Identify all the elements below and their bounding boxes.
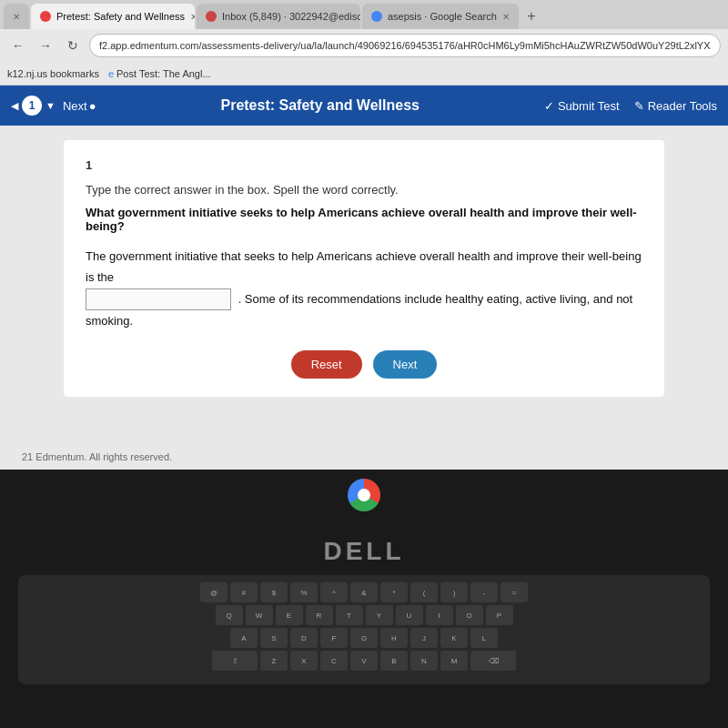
key-dollar[interactable]: $ (260, 582, 288, 602)
google-tab-icon (371, 11, 382, 22)
key-i[interactable]: I (426, 605, 453, 625)
key-k[interactable]: K (440, 628, 468, 648)
next-header-label: Next (63, 99, 87, 113)
mail-tab-icon (206, 11, 217, 22)
reload-button[interactable]: ↻ (62, 35, 84, 56)
app-header-right: ✓ Submit Test ✎ Reader Tools (544, 99, 717, 113)
tab-close-icon[interactable]: ✕ (13, 12, 20, 22)
tab-active[interactable]: Pretest: Safety and Wellness ✕ (31, 4, 195, 29)
footer: 21 Edmentum. All rights reserved. (0, 444, 728, 470)
key-q[interactable]: Q (216, 605, 243, 625)
tab-mail-label: Inbox (5,849) · 3022942@edisor (222, 11, 360, 22)
answer-input[interactable] (86, 288, 231, 310)
key-caret[interactable]: ^ (320, 582, 348, 602)
tab-bar: ✕ Pretest: Safety and Wellness ✕ Inbox (… (0, 0, 728, 29)
new-tab-button[interactable]: + (521, 5, 542, 27)
key-m[interactable]: M (440, 651, 468, 671)
key-o[interactable]: O (456, 605, 483, 625)
reader-tools-label: Reader Tools (648, 99, 717, 113)
bookmark-edmentum-icon: e (108, 68, 114, 79)
key-amp[interactable]: & (350, 582, 378, 602)
key-d[interactable]: D (290, 628, 318, 648)
key-p[interactable]: P (486, 605, 513, 625)
next-header-button[interactable]: Next ● (63, 99, 96, 113)
submit-test-button[interactable]: ✓ Submit Test (544, 99, 620, 113)
key-n[interactable]: N (410, 651, 438, 671)
address-bar-row: ← → ↻ (0, 29, 728, 62)
bookmark-k12-label: k12.nj.us bookmarks (7, 68, 99, 79)
key-c[interactable]: C (320, 651, 348, 671)
instruction-text: Type the correct answer in the box. Spel… (86, 183, 642, 197)
question-card: 1 Type the correct answer in the box. Sp… (64, 140, 664, 397)
key-h[interactable]: H (380, 628, 408, 648)
main-content: 1 Type the correct answer in the box. Sp… (0, 126, 728, 444)
fill-text-before: The government initiative that seeks to … (86, 249, 642, 284)
edmentum-tab-icon (40, 11, 51, 22)
keyboard: @ # $ % ^ & * ( ) - = Q W E R T Y U I O … (18, 575, 710, 684)
dropdown-arrow-icon[interactable]: ▼ (46, 100, 56, 111)
question-number-badge: 1 (86, 158, 642, 172)
key-at[interactable]: @ (200, 582, 228, 602)
key-w[interactable]: W (246, 605, 273, 625)
keyboard-row-1: @ # $ % ^ & * ( ) - = (25, 582, 703, 602)
keyboard-row-2: Q W E R T Y U I O P (25, 605, 703, 625)
address-bar-input[interactable] (89, 34, 721, 57)
laptop-body: DELL @ # $ % ^ & * ( ) - = Q W E R T Y U… (0, 470, 728, 688)
key-g[interactable]: G (350, 628, 378, 648)
key-lparen[interactable]: ( (410, 582, 438, 602)
next-header-dot-icon: ● (89, 99, 96, 113)
key-j[interactable]: J (410, 628, 438, 648)
key-l[interactable]: L (470, 628, 498, 648)
key-v[interactable]: V (350, 651, 378, 671)
bookmark-k12[interactable]: k12.nj.us bookmarks (7, 68, 99, 79)
copyright-text: 21 Edmentum. All rights reserved. (22, 451, 172, 462)
submit-check-icon: ✓ (544, 99, 554, 113)
key-z[interactable]: Z (260, 651, 288, 671)
key-star[interactable]: * (380, 582, 408, 602)
submit-test-label: Submit Test (558, 99, 620, 113)
key-u[interactable]: U (396, 605, 423, 625)
key-t[interactable]: T (336, 605, 363, 625)
key-percent[interactable]: % (290, 582, 318, 602)
chrome-icon (348, 479, 380, 511)
key-rparen[interactable]: ) (440, 582, 468, 602)
tab-mail[interactable]: Inbox (5,849) · 3022942@edisor ✕ (197, 4, 360, 29)
reader-tools-icon: ✎ (634, 99, 644, 113)
forward-button[interactable]: → (35, 35, 56, 56)
key-r[interactable]: R (306, 605, 333, 625)
key-e[interactable]: E (276, 605, 303, 625)
browser-chrome: ✕ Pretest: Safety and Wellness ✕ Inbox (… (0, 0, 728, 86)
bookmarks-bar: k12.nj.us bookmarks e Post Test: The Ang… (0, 62, 728, 86)
keyboard-row-3: A S D F G H J K L (25, 628, 703, 648)
question-nav: ◀ 1 ▼ (11, 96, 56, 116)
bookmark-post-test[interactable]: e Post Test: The Angl... (108, 68, 211, 79)
key-y[interactable]: Y (366, 605, 393, 625)
tab-close-google-icon[interactable]: ✕ (502, 12, 510, 22)
app-header-left: ◀ 1 ▼ Next ● (11, 96, 96, 116)
key-backspace[interactable]: ⌫ (470, 651, 516, 671)
key-minus[interactable]: - (470, 582, 498, 602)
tab-google-label: asepsis · Google Search (388, 11, 497, 22)
key-a[interactable]: A (230, 628, 258, 648)
prev-nav-icon: ◀ (11, 100, 18, 112)
action-buttons: Reset Next (86, 350, 642, 379)
question-text: What government initiative seeks to help… (86, 206, 642, 233)
back-button[interactable]: ← (7, 35, 29, 56)
keyboard-row-4: ⇧ Z X C V B N M ⌫ (25, 651, 703, 671)
key-b[interactable]: B (380, 651, 408, 671)
tab-google[interactable]: asepsis · Google Search ✕ (362, 4, 519, 29)
key-eq[interactable]: = (500, 582, 528, 602)
key-shift[interactable]: ⇧ (212, 651, 258, 671)
next-button[interactable]: Next (373, 350, 438, 379)
bookmark-post-test-label: Post Test: The Angl... (116, 68, 211, 79)
key-hash[interactable]: # (230, 582, 258, 602)
key-s[interactable]: S (260, 628, 288, 648)
tab-active-label: Pretest: Safety and Wellness (56, 11, 185, 22)
question-number-display: 1 (22, 96, 42, 116)
reset-button[interactable]: Reset (291, 350, 362, 379)
reader-tools-button[interactable]: ✎ Reader Tools (634, 99, 717, 113)
key-f[interactable]: F (320, 628, 348, 648)
key-x[interactable]: X (290, 651, 318, 671)
tab-close-active-icon[interactable]: ✕ (190, 12, 195, 22)
tab-inactive-left[interactable]: ✕ (4, 4, 29, 29)
